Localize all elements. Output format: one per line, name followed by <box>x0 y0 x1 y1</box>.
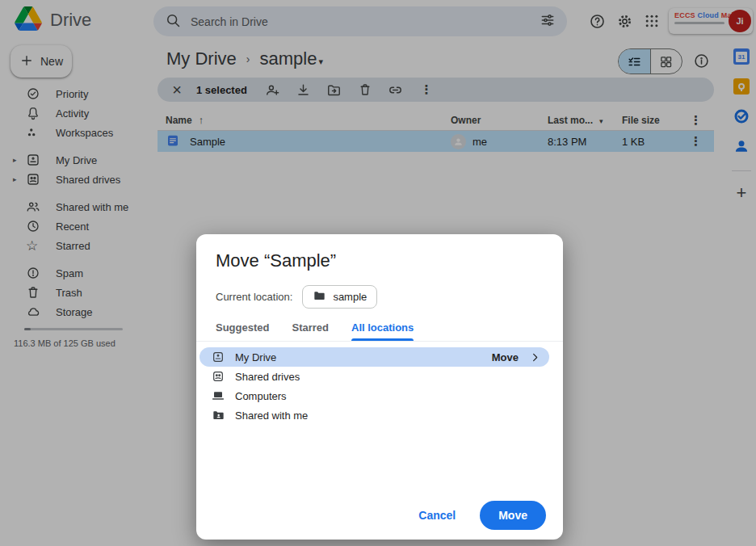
chevron-right-icon[interactable] <box>529 351 541 363</box>
location-row-computers[interactable]: Computers <box>200 386 549 405</box>
location-row-shared-drives[interactable]: Shared drives <box>200 367 549 386</box>
google-drive-app: Drive <box>0 0 756 546</box>
dialog-footer: Cancel Move <box>196 491 563 540</box>
location-row-shared-with-me[interactable]: Shared with me <box>200 405 549 425</box>
current-location-label: Current location: <box>216 291 292 303</box>
shared-drives-icon <box>212 370 225 383</box>
tab-all-locations[interactable]: All locations <box>351 321 414 341</box>
folder-icon <box>313 289 326 304</box>
my-drive-icon <box>212 351 225 363</box>
tab-starred[interactable]: Starred <box>292 321 329 341</box>
location-row-my-drive[interactable]: My Drive Move <box>200 347 549 367</box>
move-button[interactable]: Move <box>480 501 546 530</box>
dialog-title: Move “Sample” <box>216 250 544 271</box>
dialog-tabs: Suggested Starred All locations <box>196 321 563 342</box>
row-move-action[interactable]: Move <box>492 351 519 363</box>
tab-suggested[interactable]: Suggested <box>216 321 269 341</box>
current-location-chip[interactable]: sample <box>302 285 377 309</box>
computer-icon <box>212 389 225 402</box>
move-dialog: Move “Sample” Current location: sample S… <box>196 234 563 540</box>
current-location-row: Current location: sample <box>216 285 544 309</box>
cancel-button[interactable]: Cancel <box>418 509 456 522</box>
location-list: My Drive Move Shared drives Computers <box>196 347 563 425</box>
shared-folder-icon <box>212 409 225 422</box>
